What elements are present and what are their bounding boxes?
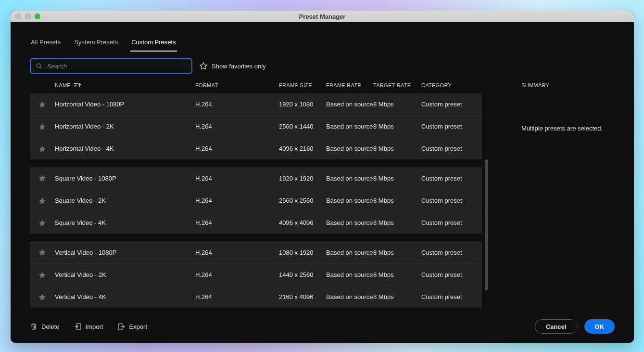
footer-actions-left: Delete Import Export bbox=[30, 323, 147, 330]
import-icon bbox=[74, 323, 82, 330]
cell-target-rate: 8 Mbps bbox=[373, 219, 421, 226]
window-title: Preset Manager bbox=[11, 13, 634, 20]
cell-frame-rate: Based on source bbox=[326, 101, 373, 108]
cell-target-rate: 8 Mbps bbox=[373, 123, 421, 130]
search-field[interactable] bbox=[30, 58, 192, 74]
ok-button[interactable]: OK bbox=[584, 319, 615, 334]
table-row[interactable]: Square Video - 4KH.2644096 x 4096Based o… bbox=[30, 211, 482, 234]
cell-frame-size: 1920 x 1080 bbox=[279, 101, 326, 108]
summary-text: Multiple presets are selected. bbox=[521, 125, 615, 132]
footer-actions-right: Cancel OK bbox=[535, 319, 615, 334]
cell-frame-rate: Based on source bbox=[326, 123, 373, 130]
cancel-button[interactable]: Cancel bbox=[535, 319, 578, 334]
cell-format: H.264 bbox=[195, 123, 279, 130]
table-row[interactable]: Vertical Video - 2KH.2641440 x 2560Based… bbox=[30, 263, 482, 286]
search-icon bbox=[36, 63, 42, 69]
cell-category: Custom preset bbox=[421, 197, 482, 204]
table-row[interactable]: Square Video - 2KH.2642560 x 2560Based o… bbox=[30, 189, 482, 211]
cell-format: H.264 bbox=[195, 293, 279, 300]
favorite-star-icon[interactable] bbox=[30, 196, 55, 205]
svg-marker-14 bbox=[39, 294, 46, 300]
favorite-star-icon[interactable] bbox=[30, 122, 55, 131]
svg-marker-2 bbox=[200, 63, 207, 69]
table-row[interactable]: Vertical Video - 4KH.2642160 x 4096Based… bbox=[30, 286, 482, 308]
delete-button[interactable]: Delete bbox=[30, 323, 60, 330]
favorite-star-icon[interactable] bbox=[30, 293, 55, 301]
cell-target-rate: 8 Mbps bbox=[373, 293, 421, 300]
cell-format: H.264 bbox=[195, 145, 279, 152]
table-row[interactable]: Square Video - 1080PH.2641920 x 1920Base… bbox=[30, 167, 482, 189]
cell-category: Custom preset bbox=[421, 123, 482, 130]
cell-target-rate: 8 Mbps bbox=[373, 197, 421, 204]
column-target-rate[interactable]: TARGET RATE bbox=[373, 82, 421, 88]
table-row[interactable]: Horizontal Video - 1080PH.2641920 x 1080… bbox=[30, 93, 482, 115]
column-category[interactable]: CATEGORY bbox=[421, 82, 482, 88]
cell-name: Vertical Video - 4K bbox=[55, 293, 195, 300]
tab-all-presets[interactable]: All Presets bbox=[30, 39, 62, 52]
cell-category: Custom preset bbox=[421, 249, 482, 256]
table-row[interactable]: Horizontal Video - 2KH.2642560 x 1440Bas… bbox=[30, 115, 482, 137]
show-favorites-toggle[interactable]: Show favorites only bbox=[199, 62, 266, 70]
cell-category: Custom preset bbox=[421, 145, 482, 152]
column-frame-size[interactable]: FRAME SIZE bbox=[279, 82, 326, 88]
column-format[interactable]: FORMAT bbox=[195, 82, 279, 88]
cell-target-rate: 8 Mbps bbox=[373, 175, 421, 182]
cell-category: Custom preset bbox=[421, 175, 482, 182]
cell-name: Horizontal Video - 4K bbox=[55, 145, 195, 152]
cell-frame-rate: Based on source bbox=[326, 271, 373, 278]
svg-marker-6 bbox=[39, 101, 46, 108]
favorite-star-icon[interactable] bbox=[30, 248, 55, 257]
export-button[interactable]: Export bbox=[117, 323, 147, 330]
table-header: NAME FORMAT FRAME SIZE FRAME RATE TARGET… bbox=[30, 82, 482, 93]
cell-frame-rate: Based on source bbox=[326, 249, 373, 256]
cell-name: Square Video - 1080P bbox=[55, 175, 195, 182]
svg-marker-11 bbox=[39, 220, 46, 226]
svg-marker-10 bbox=[39, 197, 46, 204]
table-body: Horizontal Video - 1080PH.2641920 x 1080… bbox=[30, 93, 482, 308]
cell-name: Vertical Video - 1080P bbox=[55, 249, 195, 256]
trash-icon bbox=[30, 323, 38, 330]
footer: Delete Import Export Cancel OK bbox=[11, 313, 634, 343]
cell-frame-size: 1440 x 2560 bbox=[279, 271, 326, 278]
cell-frame-size: 1080 x 1920 bbox=[279, 249, 326, 256]
import-button[interactable]: Import bbox=[74, 323, 103, 330]
column-summary: SUMMARY bbox=[521, 82, 615, 88]
favorite-star-icon[interactable] bbox=[30, 219, 55, 227]
tabs-bar: All Presets System Presets Custom Preset… bbox=[11, 39, 634, 52]
search-input[interactable] bbox=[47, 63, 187, 70]
favorite-star-icon[interactable] bbox=[30, 271, 55, 279]
cell-name: Square Video - 2K bbox=[55, 197, 195, 204]
cell-frame-size: 4096 x 4096 bbox=[279, 219, 326, 226]
cell-name: Vertical Video - 2K bbox=[55, 271, 195, 278]
cell-format: H.264 bbox=[195, 219, 279, 226]
cell-frame-rate: Based on source bbox=[326, 175, 373, 182]
main-area: NAME FORMAT FRAME SIZE FRAME RATE TARGET… bbox=[11, 74, 634, 313]
svg-marker-13 bbox=[39, 272, 46, 278]
cell-category: Custom preset bbox=[421, 293, 482, 300]
favorite-star-icon[interactable] bbox=[30, 100, 55, 109]
table-row[interactable]: Horizontal Video - 4KH.2644096 x 2160Bas… bbox=[30, 137, 482, 159]
cell-frame-rate: Based on source bbox=[326, 293, 373, 300]
svg-marker-8 bbox=[39, 145, 46, 152]
favorite-star-icon[interactable] bbox=[30, 144, 55, 153]
cell-format: H.264 bbox=[195, 249, 279, 256]
import-label: Import bbox=[86, 323, 103, 330]
summary-panel: SUMMARY Multiple presets are selected. bbox=[482, 82, 615, 313]
tab-custom-presets[interactable]: Custom Presets bbox=[130, 39, 177, 52]
sort-ascending-icon bbox=[74, 82, 81, 88]
cell-name: Horizontal Video - 2K bbox=[55, 123, 195, 130]
column-name[interactable]: NAME bbox=[55, 82, 195, 88]
cell-frame-size: 2160 x 4096 bbox=[279, 293, 326, 300]
tab-system-presets[interactable]: System Presets bbox=[73, 39, 119, 52]
svg-marker-7 bbox=[39, 123, 46, 130]
vertical-scrollbar[interactable] bbox=[485, 159, 488, 290]
cell-frame-rate: Based on source bbox=[326, 219, 373, 226]
export-icon bbox=[117, 323, 125, 330]
column-frame-rate[interactable]: FRAME RATE bbox=[326, 82, 373, 88]
export-label: Export bbox=[129, 323, 147, 330]
cell-name: Horizontal Video - 1080P bbox=[55, 101, 195, 108]
cell-frame-rate: Based on source bbox=[326, 145, 373, 152]
preset-manager-window: Preset Manager All Presets System Preset… bbox=[11, 11, 634, 343]
table-row[interactable]: Vertical Video - 1080PH.2641080 x 1920Ba… bbox=[30, 241, 482, 263]
favorite-star-icon[interactable] bbox=[30, 174, 55, 183]
